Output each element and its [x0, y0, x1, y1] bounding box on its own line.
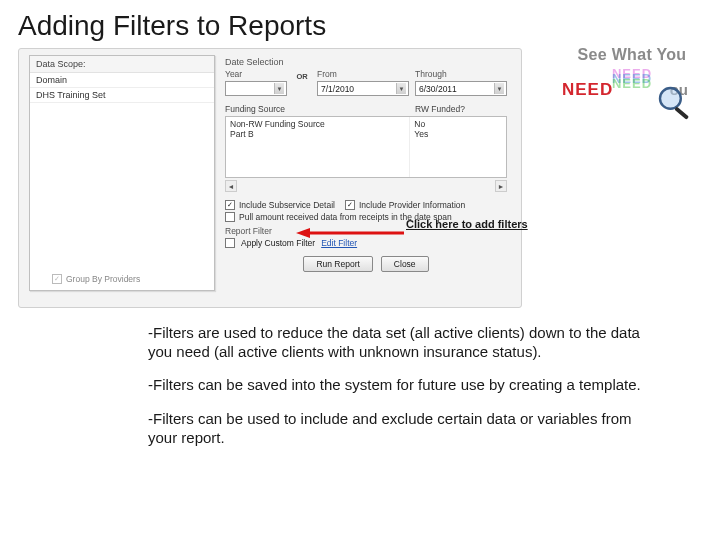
checkbox-icon[interactable] — [225, 238, 235, 248]
app-window: Data Scope: Domain DHS Training Set ✓ Gr… — [18, 48, 522, 308]
funding-source-label: Funding Source — [225, 104, 409, 114]
data-scope-list[interactable]: Domain DHS Training Set — [30, 73, 214, 103]
list-item[interactable]: No — [414, 119, 502, 129]
logo-line1: See What You — [562, 46, 702, 64]
logo-need-text: NEED — [562, 80, 613, 100]
report-filter-label: Report Filter — [221, 226, 511, 236]
pull-amount-label: Pull amount received data from receipts … — [239, 212, 452, 222]
group-by-label: Group By Providers — [66, 274, 140, 284]
svg-point-2 — [660, 88, 681, 109]
checkbox-icon[interactable]: ✓ — [225, 200, 235, 210]
year-dropdown[interactable]: ▼ — [225, 81, 287, 96]
group-by-providers-checkbox: ✓ Group By Providers — [52, 274, 140, 284]
through-date-value: 6/30/2011 — [419, 84, 457, 94]
paragraph: -Filters can be used to include and excl… — [148, 409, 646, 447]
rw-funded-label: RW Funded? — [415, 104, 507, 114]
body-text: -Filters are used to reduce the data set… — [148, 323, 646, 461]
include-provider-label: Include Provider Information — [359, 200, 465, 210]
chevron-down-icon: ▼ — [396, 83, 406, 94]
or-label: OR — [293, 69, 311, 82]
list-item[interactable]: Domain — [30, 73, 214, 88]
edit-filter-link[interactable]: Edit Filter — [321, 238, 357, 248]
from-date-field[interactable]: 7/1/2010 ▼ — [317, 81, 409, 96]
date-selection-label: Date Selection — [221, 55, 511, 69]
data-scope-panel: Data Scope: Domain DHS Training Set ✓ Gr… — [29, 55, 215, 291]
close-button[interactable]: Close — [381, 256, 429, 272]
list-item[interactable]: DHS Training Set — [30, 88, 214, 103]
from-date-value: 7/1/2010 — [321, 84, 354, 94]
through-label: Through — [415, 69, 507, 79]
list-item[interactable]: Non-RW Funding Source — [230, 119, 405, 129]
paragraph: -Filters can be saved into the system fo… — [148, 375, 646, 394]
svg-rect-3 — [674, 106, 689, 119]
magnifier-icon — [656, 84, 696, 124]
funding-source-list[interactable]: Non-RW Funding Source Part B No Yes — [225, 116, 507, 178]
see-what-you-need-logo: See What You NEED NEED NEED NEED ou — [562, 46, 702, 104]
run-report-button[interactable]: Run Report — [303, 256, 372, 272]
chevron-down-icon: ▼ — [494, 83, 504, 94]
chevron-down-icon: ▼ — [274, 83, 284, 94]
include-subservice-label: Include Subservice Detail — [239, 200, 335, 210]
scroll-right-icon[interactable]: ► — [495, 180, 507, 192]
checkbox-icon: ✓ — [52, 274, 62, 284]
list-item[interactable]: Part B — [230, 129, 405, 139]
data-scope-label: Data Scope: — [30, 56, 214, 73]
paragraph: -Filters are used to reduce the data set… — [148, 323, 646, 361]
apply-custom-filter-label: Apply Custom Filter — [241, 238, 315, 248]
checkbox-icon[interactable] — [225, 212, 235, 222]
date-selection-panel: Date Selection Year ▼ OR From 7/1/2010 ▼ — [221, 55, 511, 291]
page-title: Adding Filters to Reports — [0, 0, 720, 48]
year-label: Year — [225, 69, 287, 79]
list-item[interactable]: Yes — [414, 129, 502, 139]
checkbox-icon[interactable]: ✓ — [345, 200, 355, 210]
scroll-left-icon[interactable]: ◄ — [225, 180, 237, 192]
through-date-field[interactable]: 6/30/2011 ▼ — [415, 81, 507, 96]
from-label: From — [317, 69, 409, 79]
